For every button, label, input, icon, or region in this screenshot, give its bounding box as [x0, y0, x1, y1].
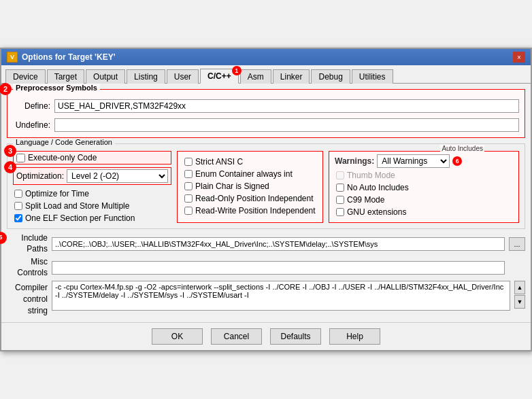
include-label: IncludePaths 5: [7, 233, 48, 254]
optimization-select[interactable]: Level 0 (-O0) Level 1 (-O1) Level 2 (-O2…: [67, 169, 168, 183]
define-row: Define:: [13, 99, 519, 113]
execute-only-row: 3 Execute-only Code: [13, 151, 171, 164]
warnings-select[interactable]: No Warnings All Warnings MISRA C 2004: [377, 154, 450, 168]
close-button[interactable]: ×: [513, 52, 525, 63]
c99-mode-row: C99 Mode: [335, 195, 513, 205]
compiler-control-row: Compilercontrolstring ▲ ▼: [7, 281, 525, 316]
compiler-scroll-btns: ▲ ▼: [514, 281, 525, 309]
enum-container-checkbox[interactable]: [184, 170, 193, 178]
split-load-row: Split Load and Store Multiple: [13, 201, 171, 211]
ro-pos-row: Read-Only Position Independent: [183, 194, 317, 203]
one-elf-label: One ELF Section per Function: [25, 213, 135, 223]
undefine-row: Undefine:: [13, 118, 519, 132]
tab-listing[interactable]: Listing: [127, 69, 165, 84]
badge-2: 2: [0, 83, 12, 95]
auto-includes-label: Auto Includes: [440, 145, 484, 152]
optimization-label: Optimization:: [16, 171, 64, 181]
execute-only-label: Execute-only Code: [28, 153, 97, 162]
define-input[interactable]: [54, 99, 519, 113]
badge-6: 6: [452, 156, 462, 166]
optimization-row: 4 Optimization: Level 0 (-O0) Level 1 (-…: [13, 167, 171, 185]
warnings-label: Warnings:: [335, 156, 374, 166]
help-button[interactable]: Help: [329, 328, 380, 345]
bottom-buttons: OK Cancel Defaults Help: [1, 322, 531, 350]
plain-char-checkbox[interactable]: [184, 182, 193, 190]
rw-pos-checkbox[interactable]: [184, 207, 193, 215]
no-auto-includes-label: No Auto Includes: [347, 183, 409, 192]
optimize-time-checkbox[interactable]: [14, 190, 22, 198]
preprocessor-group: Preprocessor Symbols 2 Define: Undefine:: [7, 89, 525, 138]
lang-inner: 3 Execute-only Code 4 Optimization: Leve…: [13, 151, 519, 223]
badge-5: 5: [0, 232, 7, 244]
tab-badge-1: 1: [232, 66, 242, 75]
badge-4: 4: [4, 161, 16, 173]
enum-container-label: Enum Container always int: [195, 169, 293, 179]
compiler-textarea[interactable]: [52, 281, 510, 311]
include-paths-input[interactable]: [52, 237, 505, 251]
misc-controls-row: MiscControls: [7, 257, 525, 278]
tabs-row: Device Target Output Listing User C/C++ …: [1, 65, 531, 84]
tab-debug[interactable]: Debug: [311, 69, 350, 84]
tab-asm[interactable]: Asm: [240, 69, 271, 84]
undefine-label: Undefine:: [13, 120, 50, 130]
tab-output[interactable]: Output: [86, 69, 125, 84]
scroll-down-button[interactable]: ▼: [514, 295, 525, 309]
mid-column: Strict ANSI C Enum Container always int …: [177, 151, 323, 223]
strict-ansi-label: Strict ANSI C: [195, 157, 243, 167]
split-load-checkbox[interactable]: [14, 202, 22, 210]
ro-pos-checkbox[interactable]: [184, 194, 193, 203]
optimize-time-label: Optimize for Time: [25, 189, 89, 198]
tab-target[interactable]: Target: [47, 69, 84, 84]
plain-char-label: Plain Char is Signed: [195, 181, 269, 191]
include-browse-button[interactable]: ...: [509, 237, 525, 251]
gnu-ext-checkbox[interactable]: [336, 208, 344, 216]
cancel-button[interactable]: Cancel: [211, 328, 262, 345]
misc-controls-input[interactable]: [52, 261, 505, 275]
content-area: Preprocessor Symbols 2 Define: Undefine:…: [1, 84, 531, 322]
scroll-up-button[interactable]: ▲: [514, 281, 525, 294]
tab-linker[interactable]: Linker: [273, 69, 310, 84]
define-label: Define:: [13, 101, 50, 111]
optimize-time-row: Optimize for Time: [13, 189, 171, 198]
gnu-ext-row: GNU extensions: [335, 207, 513, 217]
tab-cpp[interactable]: C/C++ 1: [200, 69, 239, 84]
thumb-mode-row: Thumb Mode: [335, 171, 513, 180]
title-bar-left: V Options for Target 'KEY': [7, 52, 116, 63]
language-title: Language / Code Generation: [13, 138, 115, 146]
compiler-input-wrapper: [52, 281, 510, 313]
no-auto-includes-row: No Auto Includes: [335, 183, 513, 192]
execute-only-checkbox[interactable]: [16, 154, 25, 162]
misc-label: MiscControls: [7, 257, 48, 278]
dialog-window: V Options for Target 'KEY' × Device Targ…: [0, 48, 532, 351]
left-column: 3 Execute-only Code 4 Optimization: Leve…: [13, 151, 171, 223]
warnings-row: Warnings: No Warnings All Warnings MISRA…: [335, 154, 513, 168]
plain-char-row: Plain Char is Signed: [183, 181, 317, 191]
compiler-label: Compilercontrolstring: [7, 281, 48, 316]
language-group: Language / Code Generation 3 Execute-onl…: [7, 143, 525, 229]
enum-container-row: Enum Container always int: [183, 169, 317, 179]
tab-utilities[interactable]: Utilities: [352, 69, 393, 84]
title-bar: V Options for Target 'KEY' ×: [1, 49, 531, 65]
tab-device[interactable]: Device: [5, 69, 46, 84]
defaults-button[interactable]: Defaults: [270, 328, 321, 345]
include-paths-row: IncludePaths 5 ...: [7, 233, 525, 254]
tab-user[interactable]: User: [167, 69, 199, 84]
preprocessor-title: Preprocessor Symbols: [13, 84, 100, 92]
undefine-input[interactable]: [54, 118, 519, 132]
no-auto-includes-checkbox[interactable]: [336, 184, 344, 192]
split-load-label: Split Load and Store Multiple: [25, 201, 129, 211]
right-column: Auto Includes Warnings: No Warnings All …: [329, 151, 519, 223]
thumb-mode-label: Thumb Mode: [347, 171, 395, 180]
one-elf-checkbox[interactable]: [14, 214, 22, 222]
ro-pos-label: Read-Only Position Independent: [195, 194, 313, 203]
gnu-ext-label: GNU extensions: [347, 207, 406, 217]
c99-mode-checkbox[interactable]: [336, 196, 344, 204]
ok-button[interactable]: OK: [152, 328, 203, 345]
thumb-mode-checkbox: [336, 171, 344, 179]
strict-ansi-row: Strict ANSI C: [183, 157, 317, 167]
strict-ansi-checkbox[interactable]: [184, 158, 193, 166]
dialog-title: Options for Target 'KEY': [22, 52, 116, 62]
rw-pos-row: Read-Write Position Independent: [183, 206, 317, 215]
app-icon: V: [7, 52, 18, 63]
badge-3: 3: [4, 145, 16, 157]
